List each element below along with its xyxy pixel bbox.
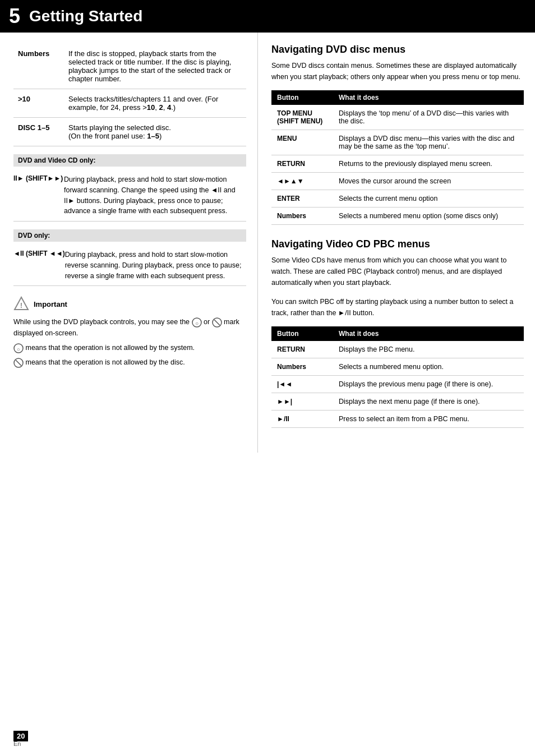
row-desc: Returns to the previously displayed menu…: [333, 155, 524, 173]
vcd-col-what: What it does: [333, 326, 524, 341]
row-desc: Selects a numbered menu option (some dis…: [333, 208, 524, 225]
row-button: MENU: [271, 130, 333, 155]
row-desc: Displays the ‘top menu’ of a DVD disc—th…: [333, 105, 524, 130]
vcd-section-intro-2: You can switch PBC off by starting playb…: [271, 296, 524, 319]
page-header: 5 Getting Started: [0, 0, 535, 33]
table-row: DISC 1–5 Starts playing the selected dis…: [13, 118, 246, 146]
row-desc: Displays the next menu page (if there is…: [333, 393, 524, 411]
row-text: Starts playing the selected disc.(On the…: [64, 118, 246, 146]
table-row: TOP MENU(SHIFT MENU) Displays the ‘top m…: [271, 105, 524, 130]
vcd-table-header-row: Button What it does: [271, 326, 524, 341]
table-row: Numbers If the disc is stopped, playback…: [13, 44, 246, 89]
row-desc: Displays the PBC menu.: [333, 341, 524, 358]
row-desc: Displays the previous menu page (if ther…: [333, 376, 524, 393]
important-title: ! Important: [13, 296, 246, 312]
main-info-table: Numbers If the disc is stopped, playback…: [13, 44, 246, 146]
important-para-2: ○ means that the operation is not allowe…: [13, 342, 246, 353]
table-row: >10 Selects tracks/titles/chapters 11 an…: [13, 89, 246, 118]
row-desc: Displays a DVD disc menu—this varies wit…: [333, 130, 524, 155]
row-desc: Selects a numbered menu option.: [333, 358, 524, 376]
right-column: Navigating DVD disc menus Some DVD discs…: [258, 33, 535, 453]
table-row: ◄►▲▼ Moves the cursor around the screen: [271, 173, 524, 190]
row-button: ►/II: [271, 411, 333, 428]
warning-icon: !: [13, 296, 29, 312]
row-desc: Moves the cursor around the screen: [333, 173, 524, 190]
row-button: |◄◄: [271, 376, 333, 393]
dvd-video-label: II► (SHIFT►►): [13, 174, 64, 182]
row-button: ►►|: [271, 393, 333, 411]
row-button: Numbers: [271, 358, 333, 376]
chapter-title: Getting Started: [29, 7, 142, 25]
dvd-video-section-label: DVD and Video CD only:: [13, 154, 246, 167]
table-row: RETURN Returns to the previously display…: [271, 155, 524, 173]
row-desc: Selects the current menu option: [333, 190, 524, 208]
table-row: ENTER Selects the current menu option: [271, 190, 524, 208]
dvd-video-row: II► (SHIFT►►) During playback, press and…: [13, 170, 246, 222]
no-op-icon-2: [212, 317, 222, 328]
dvd-col-button: Button: [271, 90, 333, 105]
row-button: ◄►▲▼: [271, 173, 333, 190]
row-button: TOP MENU(SHIFT MENU): [271, 105, 333, 130]
row-button: RETURN: [271, 341, 333, 358]
row-label: Numbers: [13, 44, 64, 89]
vcd-col-button: Button: [271, 326, 333, 341]
page-number-area: 20 En: [13, 732, 28, 747]
important-para-3: means that the operation is not allowed …: [13, 357, 246, 368]
table-row: |◄◄ Displays the previous menu page (if …: [271, 376, 524, 393]
vcd-nav-table: Button What it does RETURN Displays the …: [271, 326, 524, 428]
svg-text:!: !: [20, 301, 22, 310]
dvd-only-text: During playback, press and hold to start…: [65, 250, 246, 281]
important-box: ! Important While using the DVD playback…: [13, 296, 246, 368]
dvd-nav-table: Button What it does TOP MENU(SHIFT MENU)…: [271, 90, 524, 225]
dvd-only-label: ◄II (SHIFT ◄◄): [13, 250, 65, 257]
dvd-only-section-label: DVD only:: [13, 229, 246, 242]
system-no-icon: ○: [13, 343, 24, 353]
left-column: Numbers If the disc is stopped, playback…: [0, 33, 258, 453]
row-label: DISC 1–5: [13, 118, 64, 146]
row-button: ENTER: [271, 190, 333, 208]
table-row: MENU Displays a DVD disc menu—this varie…: [271, 130, 524, 155]
important-label: Important: [34, 300, 67, 308]
chapter-number: 5: [9, 4, 20, 28]
svg-line-8: [16, 360, 21, 366]
no-op-icon-1: ○: [192, 317, 202, 328]
row-label: >10: [13, 89, 64, 118]
important-para-1: While using the DVD playback controls, y…: [13, 316, 246, 339]
table-row: Numbers Selects a numbered menu option.: [271, 358, 524, 376]
vcd-section-heading: Navigating Video CD PBC menus: [271, 238, 524, 250]
svg-text:○: ○: [195, 320, 198, 326]
row-button: RETURN: [271, 155, 333, 173]
table-row: ►/II Press to select an item from a PBC …: [271, 411, 524, 428]
svg-line-4: [214, 320, 220, 325]
row-button: Numbers: [271, 208, 333, 225]
vcd-section-intro-1: Some Video CDs have menus from which you…: [271, 255, 524, 288]
row-desc: Press to select an item from a PBC menu.: [333, 411, 524, 428]
dvd-table-header-row: Button What it does: [271, 90, 524, 105]
row-text: Selects tracks/titles/chapters 11 and ov…: [64, 89, 246, 118]
dvd-video-text: During playback, press and hold to start…: [64, 174, 246, 216]
disc-no-icon: [13, 358, 24, 368]
table-row: Numbers Selects a numbered menu option (…: [271, 208, 524, 225]
dvd-section-intro: Some DVD discs contain menus. Sometimes …: [271, 60, 524, 82]
table-row: ►►| Displays the next menu page (if ther…: [271, 393, 524, 411]
table-row: RETURN Displays the PBC menu.: [271, 341, 524, 358]
dvd-section-heading: Navigating DVD disc menus: [271, 44, 524, 56]
content-wrapper: Numbers If the disc is stopped, playback…: [0, 33, 535, 453]
dvd-col-what: What it does: [333, 90, 524, 105]
row-text: If the disc is stopped, playback starts …: [64, 44, 246, 89]
dvd-only-row: ◄II (SHIFT ◄◄) During playback, press an…: [13, 245, 246, 286]
svg-text:○: ○: [17, 346, 20, 352]
